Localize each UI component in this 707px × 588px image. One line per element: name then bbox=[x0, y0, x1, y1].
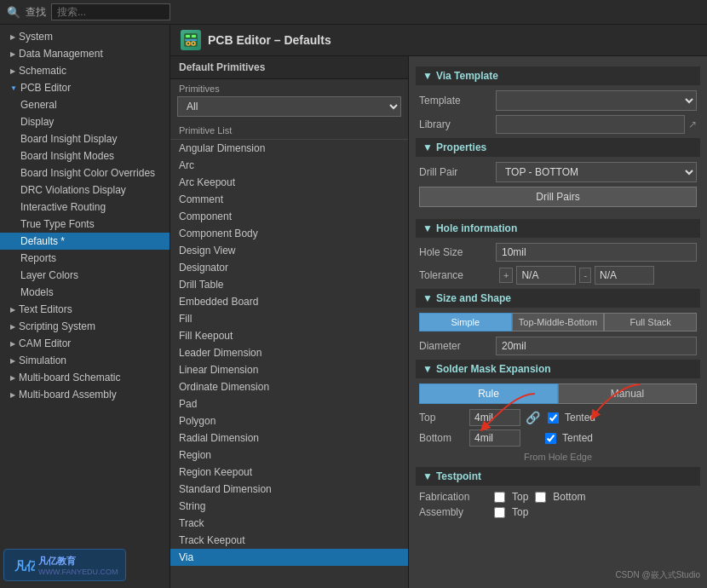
hole-size-label: Hole Size bbox=[419, 246, 496, 258]
sidebar-item-label: Scripting System bbox=[19, 320, 95, 332]
sidebar-item-board-insight-display[interactable]: Board Insight Display bbox=[0, 130, 170, 147]
sidebar-item-cam-editor[interactable]: ▶ CAM Editor bbox=[0, 335, 170, 352]
search-bar: 🔍 查找 bbox=[0, 0, 707, 25]
sidebar-item-system[interactable]: ▶ System bbox=[0, 28, 170, 45]
sidebar-item-multi-board-schematic[interactable]: ▶ Multi-board Schematic bbox=[0, 369, 170, 386]
rule-button[interactable]: Rule bbox=[419, 383, 558, 404]
sidebar-item-drc-violations[interactable]: DRC Violations Display bbox=[0, 182, 170, 199]
sidebar-item-label: True Type Fonts bbox=[20, 218, 95, 230]
list-item[interactable]: Linear Dimension bbox=[170, 361, 408, 378]
list-item[interactable]: Design View bbox=[170, 242, 408, 259]
tolerance-row: Tolerance + - bbox=[416, 266, 700, 285]
primitive-list: Angular DimensionArcArc KeepoutCommentCo… bbox=[170, 140, 408, 588]
library-label: Library bbox=[419, 118, 496, 130]
sidebar-item-models[interactable]: Models bbox=[0, 284, 170, 301]
sidebar-item-layer-colors[interactable]: Layer Colors bbox=[0, 267, 170, 284]
sidebar-item-label: DRC Violations Display bbox=[20, 184, 126, 196]
sidebar-item-pcb-editor[interactable]: ▼ PCB Editor bbox=[0, 79, 170, 96]
library-input[interactable] bbox=[496, 115, 685, 134]
library-link-icon[interactable]: ↗ bbox=[688, 118, 697, 130]
assembly-row: Assembly Top bbox=[416, 506, 700, 518]
list-item[interactable]: Ordinate Dimension bbox=[170, 378, 408, 395]
list-item[interactable]: String bbox=[170, 498, 408, 515]
solder-mask-header[interactable]: ▼ Solder Mask Expansion bbox=[416, 360, 700, 378]
list-item[interactable]: Radial Dimension bbox=[170, 429, 408, 447]
list-item[interactable]: Drill Table bbox=[170, 276, 408, 293]
primitives-dropdown[interactable]: All 2D Lines 3D Models Components bbox=[177, 96, 401, 117]
tolerance-plus-input[interactable] bbox=[516, 266, 576, 285]
sidebar-item-defaults[interactable]: Defaults * bbox=[0, 233, 170, 250]
sidebar-item-label: Text Editors bbox=[19, 303, 72, 315]
list-item[interactable]: Fill Keepout bbox=[170, 327, 408, 344]
bottom-tented-checkbox[interactable] bbox=[545, 433, 556, 444]
list-item[interactable]: Fill bbox=[170, 310, 408, 327]
sidebar-item-scripting-system[interactable]: ▶ Scripting System bbox=[0, 318, 170, 335]
rule-manual-row: Rule Manual bbox=[416, 383, 700, 404]
drill-pairs-button[interactable]: Drill Pairs bbox=[419, 187, 697, 207]
page-title: PCB Editor – Defaults bbox=[208, 33, 331, 47]
hole-size-input[interactable] bbox=[496, 243, 697, 262]
top-value-input[interactable] bbox=[469, 409, 520, 426]
sidebar-item-simulation[interactable]: ▶ Simulation bbox=[0, 352, 170, 369]
main-layout: ▶ System ▶ Data Management ▶ Schematic ▼… bbox=[0, 25, 707, 588]
search-label: 查找 bbox=[26, 5, 46, 20]
diameter-input[interactable] bbox=[496, 337, 697, 355]
list-item[interactable]: Polygon bbox=[170, 412, 408, 429]
list-item[interactable]: Region bbox=[170, 447, 408, 464]
drill-pair-row: Drill Pair TOP - BOTTOM bbox=[416, 162, 700, 182]
search-input[interactable] bbox=[51, 3, 170, 20]
list-item[interactable]: Via bbox=[170, 549, 408, 566]
list-item[interactable]: Standard Dimension bbox=[170, 481, 408, 498]
full-stack-button[interactable]: Full Stack bbox=[604, 313, 697, 331]
sidebar-item-true-type-fonts[interactable]: True Type Fonts bbox=[0, 216, 170, 233]
drill-pair-value: TOP - BOTTOM bbox=[496, 162, 697, 182]
hole-info-header[interactable]: ▼ Hole information bbox=[416, 219, 700, 238]
drill-pair-select[interactable]: TOP - BOTTOM bbox=[496, 162, 697, 182]
list-item[interactable]: Region Keepout bbox=[170, 464, 408, 481]
bottom-tented-label: Tented bbox=[562, 432, 593, 444]
sidebar-item-multi-board-assembly[interactable]: ▶ Multi-board Assembly bbox=[0, 386, 170, 403]
list-item[interactable]: Track Keepout bbox=[170, 532, 408, 549]
list-item[interactable]: Pad bbox=[170, 395, 408, 412]
hole-info-label: Hole information bbox=[436, 222, 517, 234]
sidebar-item-reports[interactable]: Reports bbox=[0, 250, 170, 267]
simple-button[interactable]: Simple bbox=[419, 313, 512, 331]
fabrication-top-checkbox[interactable] bbox=[494, 492, 505, 503]
properties-header[interactable]: ▼ Properties bbox=[416, 138, 700, 157]
top-tented-checkbox[interactable] bbox=[548, 412, 559, 424]
bottom-value-input[interactable] bbox=[469, 429, 520, 447]
list-item[interactable]: Component bbox=[170, 208, 408, 225]
testpoint-header[interactable]: ▼ Testpoint bbox=[416, 467, 700, 486]
top-middle-bottom-button[interactable]: Top-Middle-Bottom bbox=[512, 313, 605, 331]
sidebar-item-interactive-routing[interactable]: Interactive Routing bbox=[0, 199, 170, 216]
sidebar-item-label: Defaults * bbox=[20, 235, 65, 247]
sidebar-item-general[interactable]: General bbox=[0, 96, 170, 113]
sidebar-item-text-editors[interactable]: ▶ Text Editors bbox=[0, 301, 170, 318]
sidebar-item-data-management[interactable]: ▶ Data Management bbox=[0, 45, 170, 62]
list-item[interactable]: Embedded Board bbox=[170, 293, 408, 310]
list-item[interactable]: Designator bbox=[170, 259, 408, 276]
list-item[interactable]: Track bbox=[170, 515, 408, 532]
list-item[interactable]: Arc Keepout bbox=[170, 174, 408, 191]
sidebar-item-display[interactable]: Display bbox=[0, 113, 170, 130]
size-shape-section: ▼ Size and Shape Simple Top-Middle-Botto… bbox=[416, 289, 700, 355]
manual-button[interactable]: Manual bbox=[558, 383, 697, 404]
list-item[interactable]: Angular Dimension bbox=[170, 140, 408, 157]
assembly-top-checkbox[interactable] bbox=[494, 507, 505, 518]
triangle-icon: ▶ bbox=[10, 50, 15, 58]
list-item[interactable]: Component Body bbox=[170, 225, 408, 242]
primitives-section-header: Default Primitives bbox=[170, 56, 408, 79]
template-label: Template bbox=[419, 95, 496, 107]
sidebar-item-board-insight-color[interactable]: Board Insight Color Overrides bbox=[0, 164, 170, 182]
fabrication-bottom-checkbox[interactable] bbox=[535, 492, 546, 503]
list-item[interactable]: Leader Dimension bbox=[170, 344, 408, 361]
size-shape-header[interactable]: ▼ Size and Shape bbox=[416, 289, 700, 308]
list-item[interactable]: Arc bbox=[170, 157, 408, 174]
sidebar-item-schematic[interactable]: ▶ Schematic bbox=[0, 62, 170, 79]
template-select[interactable] bbox=[496, 90, 697, 111]
sidebar-item-board-insight-modes[interactable]: Board Insight Modes bbox=[0, 147, 170, 164]
sidebar-item-label: System bbox=[19, 31, 53, 43]
list-item[interactable]: Comment bbox=[170, 191, 408, 208]
via-template-header[interactable]: ▼ Via Template bbox=[416, 66, 700, 85]
tolerance-minus-input[interactable] bbox=[595, 266, 654, 285]
